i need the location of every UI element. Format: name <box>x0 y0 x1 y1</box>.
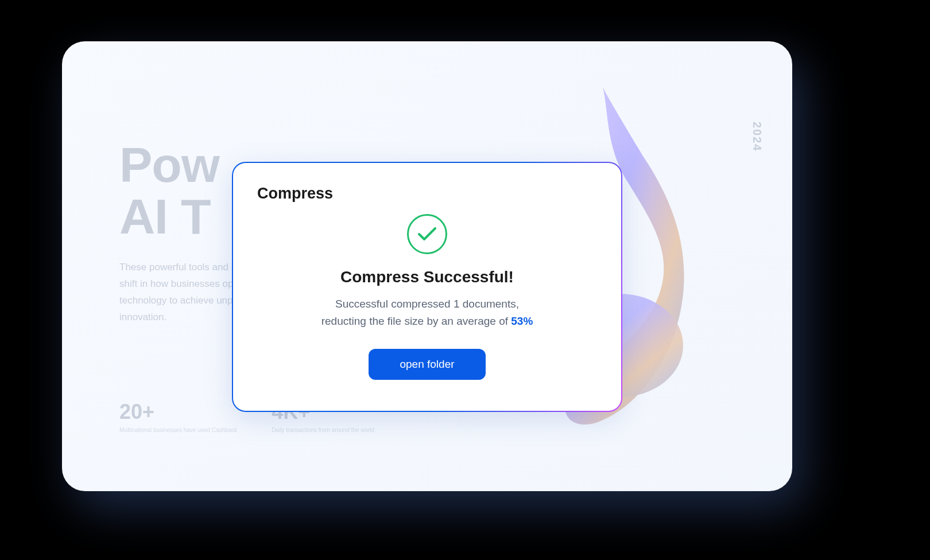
modal-success-title: Compress Successful! <box>340 268 514 286</box>
stat-value: 20+ <box>119 400 237 424</box>
modal-message-line1: Successful compressed 1 documents, <box>335 298 519 310</box>
stat-label: Multinational businesses have used Cashb… <box>119 426 237 434</box>
background-hero-title-line2: AI T <box>119 189 210 244</box>
compress-result-modal: Compress Compress Successful! Successful… <box>232 162 622 412</box>
app-window: Pow AI T These powerful tools and strate… <box>62 41 792 491</box>
background-hero-title-line1: Pow <box>119 137 219 192</box>
modal-message-line2-prefix: reducting the file size by an average of <box>321 315 512 327</box>
modal-message: Successful compressed 1 documents, reduc… <box>321 295 533 330</box>
success-check-icon <box>407 214 447 254</box>
modal-header: Compress <box>257 185 597 203</box>
stat-item: 20+ Multinational businesses have used C… <box>119 400 237 434</box>
background-year: 2024 <box>750 122 764 152</box>
stat-label: Daily transactions from around the world <box>272 426 374 434</box>
reduction-percent: 53% <box>511 315 533 327</box>
open-folder-button[interactable]: open folder <box>369 349 485 380</box>
background-hero-title: Pow AI T <box>119 139 219 243</box>
modal-inner: Compress Compress Successful! Successful… <box>233 163 621 411</box>
modal-body: Compress Successful! Successful compress… <box>257 214 597 389</box>
